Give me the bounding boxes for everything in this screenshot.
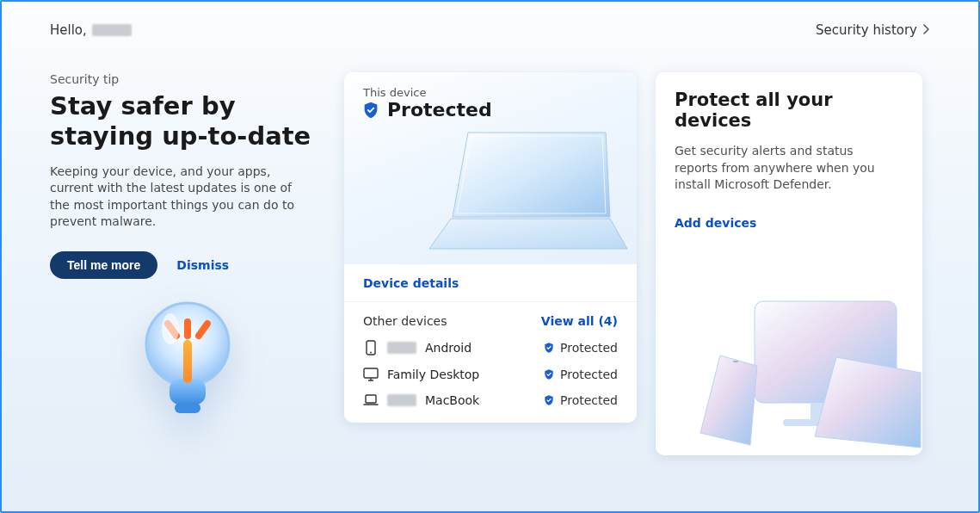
view-all-link[interactable]: View all (4) (541, 314, 618, 328)
device-row[interactable]: MacBook Protected (363, 393, 618, 407)
device-name: Family Desktop (387, 368, 479, 381)
greeting-prefix: Hello, (50, 22, 87, 38)
svg-rect-3 (183, 340, 192, 383)
device-status: Protected (560, 368, 618, 381)
chevron-right-icon (922, 22, 930, 38)
protect-title: Protect all your devices (675, 90, 903, 131)
device-name-redacted (387, 342, 416, 354)
phone-icon (363, 340, 379, 355)
other-devices-title: Other devices (363, 314, 447, 328)
devices-illustration (673, 288, 922, 455)
tip-eyebrow: Security tip (50, 72, 325, 86)
tell-me-more-button[interactable]: Tell me more (50, 251, 157, 279)
this-device-label: This device (344, 72, 637, 99)
lightbulb-illustration (50, 293, 325, 434)
dismiss-link[interactable]: Dismiss (176, 258, 229, 272)
this-device-status: Protected (387, 99, 492, 121)
add-devices-link[interactable]: Add devices (675, 216, 756, 230)
svg-rect-11 (366, 395, 376, 403)
shield-check-icon (543, 394, 555, 406)
device-name-suffix: MacBook (425, 393, 479, 407)
desktop-icon (363, 368, 379, 381)
svg-point-4 (162, 313, 179, 344)
shield-check-icon (361, 101, 380, 120)
device-status: Protected (560, 341, 618, 355)
shield-check-icon (543, 368, 555, 380)
protect-body: Get security alerts and status reports f… (675, 143, 898, 194)
greeting-name-redacted (92, 24, 132, 36)
device-status: Protected (560, 393, 618, 407)
svg-rect-2 (175, 403, 200, 413)
svg-rect-10 (364, 368, 378, 378)
device-row[interactable]: Family Desktop Protected (363, 368, 618, 381)
laptop-icon (363, 394, 379, 406)
laptop-illustration (416, 124, 632, 256)
device-name-suffix: Android (425, 341, 472, 355)
security-history-label: Security history (816, 22, 917, 38)
tip-body: Keeping your device, and your apps, curr… (50, 164, 308, 231)
this-device-card: This device Protected (344, 72, 637, 423)
greeting: Hello, (50, 22, 132, 38)
svg-marker-5 (429, 219, 627, 249)
shield-check-icon (543, 342, 555, 354)
svg-point-9 (370, 352, 372, 354)
security-history-link[interactable]: Security history (816, 22, 930, 38)
device-name-redacted (387, 394, 416, 406)
security-tip-panel: Security tip Stay safer by staying up-to… (50, 72, 325, 434)
device-details-link[interactable]: Device details (363, 276, 459, 290)
device-row[interactable]: Android Protected (363, 340, 618, 355)
svg-rect-17 (733, 361, 738, 362)
tip-title: Stay safer by staying up-to-date (50, 91, 325, 151)
svg-marker-6 (453, 133, 610, 217)
protect-devices-card: Protect all your devices Get security al… (656, 72, 922, 455)
svg-marker-16 (700, 355, 757, 445)
